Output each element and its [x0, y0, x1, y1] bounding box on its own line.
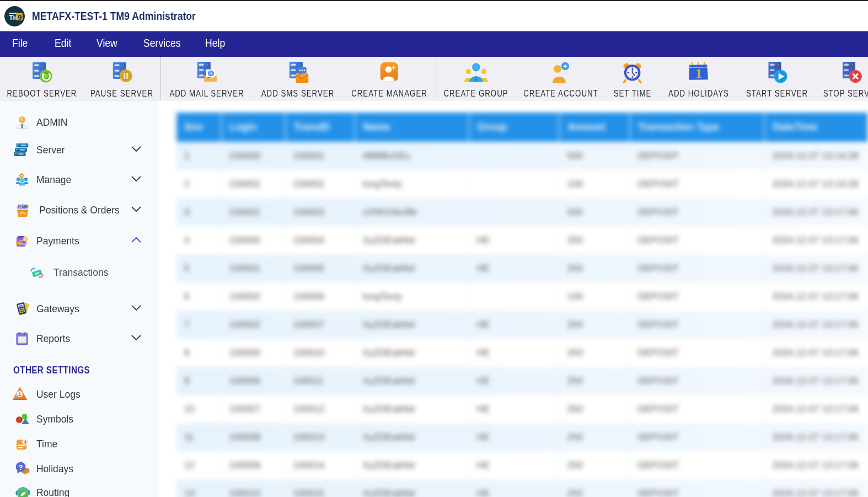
svg-text:1: 1 [695, 66, 702, 81]
svg-text:M: M [13, 15, 17, 21]
svg-text:9: 9 [18, 13, 22, 22]
svg-text:?: ? [19, 463, 23, 472]
